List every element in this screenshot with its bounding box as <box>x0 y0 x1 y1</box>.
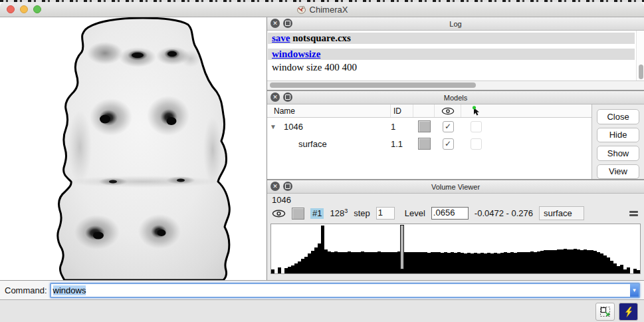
lightning-icon <box>623 307 634 317</box>
show-model-button[interactable]: Show <box>597 146 639 161</box>
value-range: -0.0472 - 0.276 <box>475 208 533 218</box>
hide-model-button[interactable]: Hide <box>597 128 639 143</box>
volume-eye-icon[interactable] <box>272 210 286 218</box>
models-panel: ✕ Models Name ID <box>267 91 644 180</box>
log-command-link[interactable]: windowsize <box>272 49 320 59</box>
step-label: step <box>354 208 370 218</box>
histogram-bar <box>271 269 274 273</box>
expand-caret-icon[interactable]: ▼ <box>267 123 279 130</box>
model-shown-checkbox[interactable]: ✓ <box>443 138 454 150</box>
chimerax-app-icon <box>296 5 306 15</box>
log-panel-title: Log <box>449 20 461 28</box>
command-history-dropdown-icon[interactable]: ▼ <box>630 284 639 297</box>
column-shown[interactable] <box>435 104 461 117</box>
model-shown-checkbox[interactable]: ✓ <box>443 121 454 132</box>
log-command-args: notsquare.cxs <box>290 33 351 43</box>
window-title: ChimeraX <box>310 5 348 15</box>
models-action-buttons: Close Hide Show View <box>592 104 644 179</box>
titlebar[interactable]: ChimeraX <box>0 2 644 17</box>
select-cursor-icon <box>471 106 481 116</box>
model-color-swatch[interactable] <box>418 120 431 132</box>
volume-grid-size: 1283 <box>330 208 348 218</box>
histogram-bar <box>627 267 630 273</box>
level-marker-handle[interactable] <box>400 225 404 269</box>
volume-undock-icon[interactable] <box>283 182 292 191</box>
models-table: Name ID <box>267 104 592 179</box>
model-id: 1 <box>391 122 413 132</box>
model-name[interactable]: surface <box>279 139 391 149</box>
volume-controls: #1 1283 step 1 Level .0656 -0.0472 - 0.2… <box>267 205 644 222</box>
column-name[interactable]: Name <box>267 104 391 117</box>
level-input[interactable]: .0656 <box>431 207 469 220</box>
volume-model-name: 1046 <box>267 194 644 205</box>
model-id: 1.1 <box>391 139 413 149</box>
density-surface-rendering <box>0 17 267 280</box>
histogram-bar <box>278 267 281 273</box>
model-row[interactable]: ▼ 1046 1 ✓ <box>267 118 591 135</box>
command-input-value: windows <box>53 285 86 295</box>
view-model-button[interactable]: View <box>597 164 639 180</box>
model-row[interactable]: surface 1.1 ✓ <box>267 135 591 152</box>
model-name[interactable]: 1046 <box>279 122 391 132</box>
log-entry: save notsquare.cxs <box>268 33 635 44</box>
log-command-link[interactable]: save <box>272 33 290 43</box>
collapse-panel-icon[interactable] <box>629 211 638 216</box>
log-horizontal-scroll-thumb[interactable] <box>270 82 476 88</box>
model-selected-checkbox[interactable] <box>471 121 482 132</box>
status-bar <box>0 299 644 322</box>
models-table-header[interactable]: Name ID <box>267 104 591 118</box>
log-panel: ✕ Log save notsquare.cxs windowsize wind… <box>267 17 644 91</box>
log-panel-header[interactable]: ✕ Log <box>267 17 644 31</box>
graphics-viewport[interactable] <box>0 17 267 280</box>
display-style-dropdown[interactable]: surface <box>539 206 584 220</box>
model-selected-checkbox[interactable] <box>471 138 482 150</box>
fast-mode-button[interactable] <box>619 303 638 321</box>
close-model-button[interactable]: Close <box>597 109 639 124</box>
step-input[interactable]: 1 <box>376 207 395 220</box>
eye-icon <box>441 107 455 115</box>
volume-data-id[interactable]: #1 <box>310 208 324 219</box>
window-resize-icon <box>599 306 611 318</box>
log-horizontal-scrollbar[interactable] <box>267 80 644 90</box>
histogram-bar <box>637 270 640 273</box>
log-vertical-scroll-thumb[interactable] <box>639 65 643 79</box>
column-color[interactable] <box>413 104 435 117</box>
models-close-icon[interactable]: ✕ <box>270 92 280 102</box>
volume-close-icon[interactable]: ✕ <box>270 182 280 191</box>
log-close-icon[interactable]: ✕ <box>270 19 280 28</box>
window-resize-button[interactable] <box>595 303 615 321</box>
command-label: Command: <box>5 285 47 295</box>
models-undock-icon[interactable] <box>283 92 292 102</box>
volume-viewer-title: Volume Viewer <box>431 183 480 191</box>
log-entry: windowsize <box>268 49 635 60</box>
models-panel-header[interactable]: ✕ Models <box>267 91 644 104</box>
model-color-swatch[interactable] <box>418 138 431 150</box>
volume-viewer-header[interactable]: ✕ Volume Viewer <box>267 180 644 194</box>
log-content[interactable]: save notsquare.cxs windowsize window siz… <box>267 31 644 80</box>
column-id[interactable]: ID <box>391 104 413 117</box>
log-output-line: window size 400 400 <box>268 62 635 73</box>
log-vertical-scrollbar[interactable] <box>636 31 644 80</box>
command-input[interactable]: windows ▼ <box>50 283 640 298</box>
command-bar: Command: windows ▼ <box>0 280 644 299</box>
volume-color-swatch[interactable] <box>292 208 304 220</box>
models-panel-title: Models <box>444 94 467 102</box>
chimerax-window: ChimeraX <box>0 0 644 322</box>
volume-viewer-panel: ✕ Volume Viewer 1046 #1 1283 step 1 <box>267 180 644 280</box>
log-undock-icon[interactable] <box>283 19 292 28</box>
column-selected[interactable] <box>461 104 490 117</box>
level-label: Level <box>405 208 425 218</box>
density-histogram[interactable] <box>270 224 641 274</box>
